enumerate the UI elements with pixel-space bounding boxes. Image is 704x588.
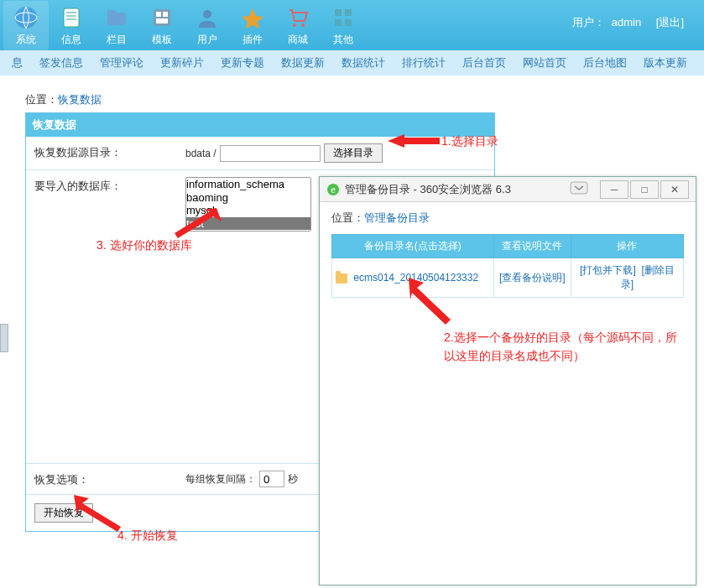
annotation-2: 2.选择一个备份好的目录（每个源码不同，所以这里的目录名成也不同） xyxy=(444,328,679,366)
source-dir-input[interactable] xyxy=(220,145,321,162)
close-button[interactable]: ✕ xyxy=(660,180,689,199)
svg-rect-2 xyxy=(64,8,79,27)
svg-rect-16 xyxy=(345,9,352,16)
svg-rect-18 xyxy=(345,19,352,26)
svg-rect-6 xyxy=(107,13,126,25)
toolbar-plugin[interactable]: 插件 xyxy=(230,1,275,50)
popup-bc-link[interactable]: 管理备份目录 xyxy=(364,211,430,224)
db-option[interactable]: baoming xyxy=(186,191,310,205)
toolbar-user[interactable]: 用户 xyxy=(185,1,230,50)
svg-text:e: e xyxy=(331,185,336,195)
globe-icon xyxy=(13,4,39,31)
interval-label: 每组恢复间隔： xyxy=(185,472,256,487)
svg-rect-17 xyxy=(335,19,342,26)
maximize-button[interactable]: □ xyxy=(630,180,659,199)
toolbar-template[interactable]: 模板 xyxy=(139,1,185,50)
popup-breadcrumb: 位置：管理备份目录 xyxy=(331,211,684,226)
subnav-item[interactable]: 更新碎片 xyxy=(154,52,211,74)
subnav-item[interactable]: 后台地图 xyxy=(576,52,634,74)
folder-icon xyxy=(336,273,347,284)
svg-rect-11 xyxy=(156,18,168,23)
sub-nav: 息 签发信息 管理评论 更新碎片 更新专题 数据更新 数据统计 排行统计 后台首… xyxy=(0,50,704,75)
user-name: admin xyxy=(612,16,641,29)
view-desc-link[interactable]: [查看备份说明] xyxy=(499,272,566,284)
user-icon xyxy=(194,4,221,31)
backup-dir-link[interactable]: ecms014_20140504123332 xyxy=(353,272,478,284)
template-icon xyxy=(149,4,175,31)
other-icon xyxy=(330,4,357,31)
popup-window: e 管理备份目录 - 360安全浏览器 6.3 ─ □ ✕ 位置：管理备份目录 … xyxy=(319,176,696,585)
svg-rect-24 xyxy=(571,182,587,194)
download-link[interactable]: [打包并下载] xyxy=(580,264,636,276)
toolbar-other[interactable]: 其他 xyxy=(321,1,366,50)
backup-table: 备份目录名(点击选择) 查看说明文件 操作 ecms014_2014050412… xyxy=(331,234,684,298)
browser-icon: e xyxy=(326,183,340,196)
shop-icon xyxy=(284,4,311,31)
opt-label: 恢复选项： xyxy=(34,471,185,487)
subnav-item[interactable]: 数据更新 xyxy=(274,52,331,74)
minimize-button[interactable]: ─ xyxy=(600,180,628,199)
table-row: ecms014_20140504123332 [查看备份说明] [打包并下载] … xyxy=(332,258,684,298)
subnav-item[interactable]: 签发信息 xyxy=(33,52,90,74)
doc-icon xyxy=(58,4,85,31)
db-option[interactable]: mysql xyxy=(186,204,310,217)
toolbar-system[interactable]: 系统 xyxy=(3,1,49,50)
choose-dir-button[interactable]: 选择目录 xyxy=(324,143,383,163)
toolbar-info[interactable]: 信息 xyxy=(49,1,94,50)
popup-title-text: 管理备份目录 - 360安全浏览器 6.3 xyxy=(345,182,565,197)
subnav-item[interactable]: 后台首页 xyxy=(456,52,513,74)
svg-rect-15 xyxy=(335,9,342,16)
breadcrumb: 位置：恢复数据 xyxy=(25,92,704,107)
th-view: 查看说明文件 xyxy=(493,235,571,258)
start-restore-button[interactable]: 开始恢复 xyxy=(34,503,93,523)
source-label: 恢复数据源目录： xyxy=(34,143,185,160)
toolbar-column[interactable]: 栏目 xyxy=(94,1,139,50)
svg-point-14 xyxy=(301,23,305,27)
th-op: 操作 xyxy=(571,235,683,258)
svg-rect-9 xyxy=(156,12,161,17)
toolbar-shop[interactable]: 商城 xyxy=(275,1,321,50)
db-label: 要导入的数据库： xyxy=(34,177,185,194)
user-label: 用户： xyxy=(572,16,605,29)
subnav-item[interactable]: 排行统计 xyxy=(395,52,452,74)
source-prefix: bdata / xyxy=(185,148,216,159)
svg-rect-7 xyxy=(107,10,116,14)
svg-point-12 xyxy=(203,10,211,18)
db-option[interactable]: test xyxy=(186,217,310,231)
database-list[interactable]: information_schema baoming mysql test te… xyxy=(185,177,311,232)
interval-input[interactable] xyxy=(259,471,284,487)
subnav-item[interactable]: 网站首页 xyxy=(516,52,573,74)
plugin-icon xyxy=(239,4,266,31)
panel-title: 恢复数据 xyxy=(26,113,494,137)
svg-rect-10 xyxy=(163,12,168,17)
db-option[interactable]: information_schema xyxy=(186,178,310,191)
subnav-item[interactable]: 更新专题 xyxy=(214,52,271,74)
popup-titlebar[interactable]: e 管理备份目录 - 360安全浏览器 6.3 ─ □ ✕ xyxy=(320,177,696,202)
svg-point-13 xyxy=(293,23,296,27)
subnav-item[interactable]: 版本更新 xyxy=(637,52,694,74)
logout-link[interactable]: [退出] xyxy=(656,16,684,29)
subnav-item[interactable]: 数据统计 xyxy=(335,52,392,74)
main-toolbar: 系统 信息 栏目 模板 用户 插件 商城 xyxy=(0,0,704,50)
db-option[interactable]: test2 xyxy=(186,230,310,232)
user-area: 用户：admin [退出] xyxy=(569,15,687,30)
popup-extra-icon[interactable] xyxy=(570,181,588,197)
subnav-item[interactable]: 息 xyxy=(5,52,29,74)
breadcrumb-link[interactable]: 恢复数据 xyxy=(58,93,102,106)
interval-unit: 秒 xyxy=(288,472,298,487)
th-name: 备份目录名(点击选择) xyxy=(332,235,494,258)
folder-toolbar-icon xyxy=(103,4,130,31)
svg-point-0 xyxy=(15,7,37,29)
subnav-item[interactable]: 管理评论 xyxy=(93,52,150,74)
